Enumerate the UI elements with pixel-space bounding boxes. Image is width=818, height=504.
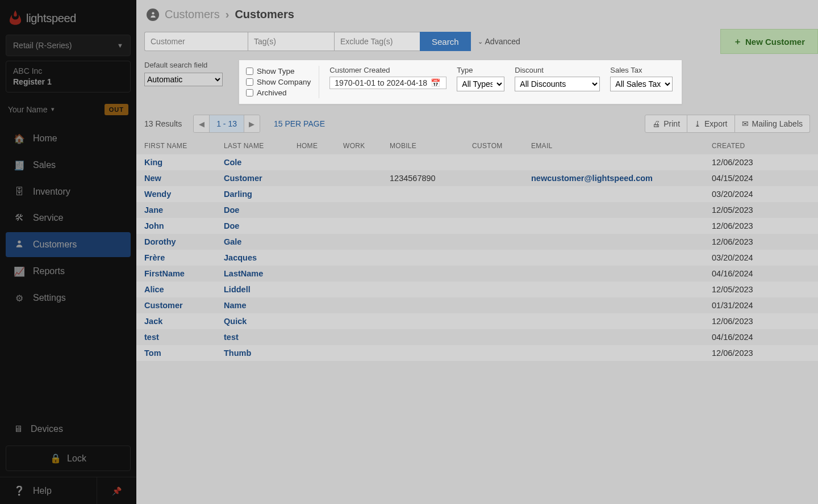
breadcrumb-parent[interactable]: Customers bbox=[165, 8, 220, 21]
type-label: Type bbox=[457, 66, 504, 74]
export-icon: ⤓ bbox=[694, 119, 701, 128]
mailing-label: Mailing Labels bbox=[752, 119, 803, 128]
cell-first-name[interactable]: FirstName bbox=[144, 269, 224, 278]
cell-last-name[interactable]: Name bbox=[224, 301, 297, 310]
retail-series-select[interactable]: Retail (R-Series) ▼ bbox=[6, 35, 131, 56]
cell-first-name[interactable]: Customer bbox=[144, 301, 224, 310]
cell-email[interactable]: newcustomer@lightspeed.com bbox=[531, 174, 712, 183]
table-row[interactable]: FirstNameLastName04/16/2024 bbox=[136, 266, 818, 282]
col-home[interactable]: HOME bbox=[297, 142, 343, 150]
advanced-toggle[interactable]: ⌄ Advanced bbox=[471, 37, 527, 46]
cell-created: 03/20/2024 bbox=[712, 190, 797, 199]
lock-icon: 🔒 bbox=[50, 453, 61, 464]
pager-next[interactable]: ▶ bbox=[244, 115, 260, 132]
cell-first-name[interactable]: New bbox=[144, 174, 224, 183]
cell-first-name[interactable]: King bbox=[144, 158, 224, 167]
user-circle-icon bbox=[147, 9, 159, 21]
brand-logo: lightspeed bbox=[0, 0, 136, 35]
nav-home[interactable]: 🏠 Home bbox=[6, 127, 131, 151]
show-type-checkbox[interactable]: Show Type bbox=[246, 67, 311, 75]
help-button[interactable]: ❔ Help bbox=[0, 477, 97, 504]
discount-select[interactable]: All Discounts bbox=[515, 77, 600, 91]
search-button[interactable]: Search bbox=[420, 32, 471, 51]
nav-settings[interactable]: ⚙ Settings bbox=[6, 286, 131, 310]
cell-last-name[interactable]: Doe bbox=[224, 205, 297, 215]
cell-first-name[interactable]: Jane bbox=[144, 205, 224, 215]
table-row[interactable]: WendyDarling03/20/2024 bbox=[136, 186, 818, 202]
cell-first-name[interactable]: Jack bbox=[144, 317, 224, 326]
default-search-select[interactable]: Automatic bbox=[144, 73, 223, 86]
archive-icon: 🗄 bbox=[14, 187, 25, 197]
nav-customers[interactable]: Customers bbox=[6, 232, 131, 257]
show-company-input[interactable] bbox=[246, 78, 253, 86]
archived-checkbox[interactable]: Archived bbox=[246, 89, 311, 97]
cell-last-name[interactable]: test bbox=[224, 333, 297, 342]
cell-first-name[interactable]: Alice bbox=[144, 285, 224, 294]
cell-last-name[interactable]: LastName bbox=[224, 269, 297, 278]
cell-last-name[interactable]: Jacques bbox=[224, 253, 297, 262]
user-name-dropdown[interactable]: Your Name ▾ bbox=[8, 105, 55, 114]
search-exclude-tag-input[interactable] bbox=[334, 32, 420, 51]
col-work[interactable]: WORK bbox=[343, 142, 390, 150]
nav-reports[interactable]: 📈 Reports bbox=[6, 259, 131, 284]
new-customer-button[interactable]: ＋ New Customer bbox=[720, 29, 818, 54]
cell-first-name[interactable]: Tom bbox=[144, 348, 224, 358]
nav-sales[interactable]: 🧾 Sales bbox=[6, 153, 131, 178]
help-circle-icon: ❔ bbox=[14, 485, 25, 496]
nav-devices[interactable]: 🖥 Devices bbox=[6, 417, 131, 441]
col-last-name[interactable]: LAST NAME bbox=[224, 142, 297, 150]
pager-prev[interactable]: ◀ bbox=[194, 115, 210, 132]
table-row[interactable]: TomThumb12/06/2023 bbox=[136, 345, 818, 361]
cell-last-name[interactable]: Customer bbox=[224, 174, 297, 183]
lock-button[interactable]: 🔒 Lock bbox=[6, 446, 131, 471]
per-page-select[interactable]: 15 PER PAGE bbox=[274, 119, 325, 128]
cell-created: 04/15/2024 bbox=[712, 174, 797, 183]
export-button[interactable]: ⤓ Export bbox=[687, 115, 734, 133]
show-type-input[interactable] bbox=[246, 68, 253, 75]
nav-inventory[interactable]: 🗄 Inventory bbox=[6, 180, 131, 204]
print-button[interactable]: 🖨 Print bbox=[645, 115, 687, 133]
show-company-checkbox[interactable]: Show Company bbox=[246, 78, 311, 86]
customers-table: FIRST NAME LAST NAME HOME WORK MOBILE CU… bbox=[136, 137, 818, 361]
mailing-labels-button[interactable]: ✉ Mailing Labels bbox=[735, 115, 811, 133]
show-options-col: Show Type Show Company Archived bbox=[245, 66, 319, 98]
cell-first-name[interactable]: Frère bbox=[144, 253, 224, 262]
cell-last-name[interactable]: Darling bbox=[224, 190, 297, 199]
cell-last-name[interactable]: Quick bbox=[224, 317, 297, 326]
table-row[interactable]: KingCole12/06/2023 bbox=[136, 154, 818, 170]
cell-last-name[interactable]: Cole bbox=[224, 158, 297, 167]
cell-first-name[interactable]: John bbox=[144, 221, 224, 230]
search-customer-input[interactable] bbox=[144, 32, 248, 51]
cell-first-name[interactable]: Wendy bbox=[144, 190, 224, 199]
table-row[interactable]: JackQuick12/06/2023 bbox=[136, 313, 818, 329]
col-first-name[interactable]: FIRST NAME bbox=[144, 142, 224, 150]
table-row[interactable]: JaneDoe12/05/2023 bbox=[136, 202, 818, 218]
pin-button[interactable]: 📌 bbox=[97, 477, 136, 504]
nav-home-label: Home bbox=[33, 133, 57, 144]
cell-last-name[interactable]: Liddell bbox=[224, 285, 297, 294]
cell-last-name[interactable]: Doe bbox=[224, 221, 297, 230]
customer-created-field[interactable]: 1970-01-01 to 2024-04-18 📅 bbox=[329, 77, 446, 89]
type-select[interactable]: All Types bbox=[457, 77, 504, 91]
table-row[interactable]: FrèreJacques03/20/2024 bbox=[136, 250, 818, 266]
table-row[interactable]: AliceLiddell12/05/2023 bbox=[136, 282, 818, 297]
col-email[interactable]: EMAIL bbox=[531, 142, 712, 150]
table-row[interactable]: JohnDoe12/06/2023 bbox=[136, 218, 818, 234]
col-custom[interactable]: CUSTOM bbox=[472, 142, 531, 150]
col-created[interactable]: CREATED bbox=[712, 142, 797, 150]
status-badge-out[interactable]: OUT bbox=[105, 104, 128, 115]
search-tag-input[interactable] bbox=[248, 32, 334, 51]
nav-service[interactable]: 🛠 Service bbox=[6, 206, 131, 230]
sales-tax-select[interactable]: All Sales Taxes bbox=[610, 77, 673, 91]
table-row[interactable]: CustomerName01/31/2024 bbox=[136, 297, 818, 313]
col-mobile[interactable]: MOBILE bbox=[390, 142, 472, 150]
table-row[interactable]: testtest04/16/2024 bbox=[136, 329, 818, 345]
cell-first-name[interactable]: test bbox=[144, 333, 224, 342]
cell-first-name[interactable]: Dorothy bbox=[144, 237, 224, 246]
table-row[interactable]: NewCustomer1234567890newcustomer@lightsp… bbox=[136, 170, 818, 186]
company-register-block[interactable]: ABC Inc Register 1 bbox=[6, 61, 131, 93]
cell-last-name[interactable]: Gale bbox=[224, 237, 297, 246]
cell-last-name[interactable]: Thumb bbox=[224, 348, 297, 358]
table-row[interactable]: DorothyGale12/06/2023 bbox=[136, 234, 818, 250]
archived-input[interactable] bbox=[246, 89, 253, 96]
